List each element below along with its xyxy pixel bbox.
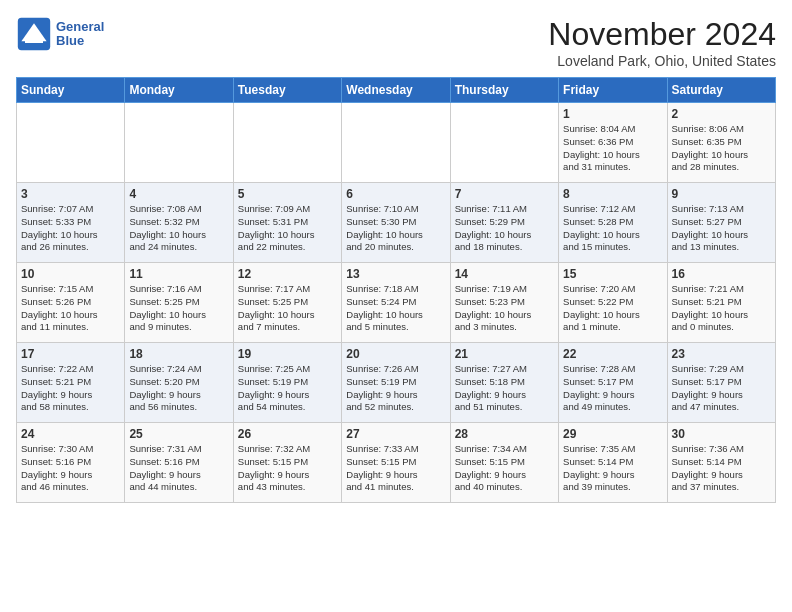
day-number: 1 bbox=[563, 107, 662, 121]
day-number: 21 bbox=[455, 347, 554, 361]
calendar-cell: 16Sunrise: 7:21 AM Sunset: 5:21 PM Dayli… bbox=[667, 263, 775, 343]
cell-data: Sunrise: 7:10 AM Sunset: 5:30 PM Dayligh… bbox=[346, 203, 423, 252]
cell-data: Sunrise: 7:33 AM Sunset: 5:15 PM Dayligh… bbox=[346, 443, 418, 492]
cell-data: Sunrise: 7:08 AM Sunset: 5:32 PM Dayligh… bbox=[129, 203, 206, 252]
calendar-cell: 12Sunrise: 7:17 AM Sunset: 5:25 PM Dayli… bbox=[233, 263, 341, 343]
week-row-3: 10Sunrise: 7:15 AM Sunset: 5:26 PM Dayli… bbox=[17, 263, 776, 343]
cell-data: Sunrise: 7:17 AM Sunset: 5:25 PM Dayligh… bbox=[238, 283, 315, 332]
cell-data: Sunrise: 7:16 AM Sunset: 5:25 PM Dayligh… bbox=[129, 283, 206, 332]
day-number: 27 bbox=[346, 427, 445, 441]
svg-rect-2 bbox=[25, 39, 43, 43]
day-number: 5 bbox=[238, 187, 337, 201]
logo-line1: General bbox=[56, 20, 104, 34]
day-number: 16 bbox=[672, 267, 771, 281]
calendar-cell: 21Sunrise: 7:27 AM Sunset: 5:18 PM Dayli… bbox=[450, 343, 558, 423]
day-number: 14 bbox=[455, 267, 554, 281]
cell-data: Sunrise: 7:22 AM Sunset: 5:21 PM Dayligh… bbox=[21, 363, 93, 412]
cell-data: Sunrise: 7:19 AM Sunset: 5:23 PM Dayligh… bbox=[455, 283, 532, 332]
day-number: 18 bbox=[129, 347, 228, 361]
calendar-cell bbox=[125, 103, 233, 183]
week-row-4: 17Sunrise: 7:22 AM Sunset: 5:21 PM Dayli… bbox=[17, 343, 776, 423]
cell-data: Sunrise: 7:12 AM Sunset: 5:28 PM Dayligh… bbox=[563, 203, 640, 252]
calendar-cell: 7Sunrise: 7:11 AM Sunset: 5:29 PM Daylig… bbox=[450, 183, 558, 263]
calendar-cell: 9Sunrise: 7:13 AM Sunset: 5:27 PM Daylig… bbox=[667, 183, 775, 263]
logo-icon bbox=[16, 16, 52, 52]
calendar-cell: 14Sunrise: 7:19 AM Sunset: 5:23 PM Dayli… bbox=[450, 263, 558, 343]
calendar-cell: 15Sunrise: 7:20 AM Sunset: 5:22 PM Dayli… bbox=[559, 263, 667, 343]
day-header-wednesday: Wednesday bbox=[342, 78, 450, 103]
day-header-saturday: Saturday bbox=[667, 78, 775, 103]
day-number: 22 bbox=[563, 347, 662, 361]
calendar-cell: 17Sunrise: 7:22 AM Sunset: 5:21 PM Dayli… bbox=[17, 343, 125, 423]
cell-data: Sunrise: 7:09 AM Sunset: 5:31 PM Dayligh… bbox=[238, 203, 315, 252]
cell-data: Sunrise: 7:26 AM Sunset: 5:19 PM Dayligh… bbox=[346, 363, 418, 412]
day-header-thursday: Thursday bbox=[450, 78, 558, 103]
calendar-cell: 27Sunrise: 7:33 AM Sunset: 5:15 PM Dayli… bbox=[342, 423, 450, 503]
day-number: 9 bbox=[672, 187, 771, 201]
title-block: November 2024 Loveland Park, Ohio, Unite… bbox=[548, 16, 776, 69]
day-number: 28 bbox=[455, 427, 554, 441]
day-header-friday: Friday bbox=[559, 78, 667, 103]
day-number: 17 bbox=[21, 347, 120, 361]
cell-data: Sunrise: 8:04 AM Sunset: 6:36 PM Dayligh… bbox=[563, 123, 640, 172]
cell-data: Sunrise: 7:28 AM Sunset: 5:17 PM Dayligh… bbox=[563, 363, 635, 412]
logo: General Blue bbox=[16, 16, 104, 52]
day-number: 23 bbox=[672, 347, 771, 361]
day-number: 30 bbox=[672, 427, 771, 441]
day-number: 24 bbox=[21, 427, 120, 441]
cell-data: Sunrise: 7:07 AM Sunset: 5:33 PM Dayligh… bbox=[21, 203, 98, 252]
day-number: 19 bbox=[238, 347, 337, 361]
calendar-cell: 26Sunrise: 7:32 AM Sunset: 5:15 PM Dayli… bbox=[233, 423, 341, 503]
logo-line2: Blue bbox=[56, 34, 104, 48]
day-number: 26 bbox=[238, 427, 337, 441]
calendar-cell bbox=[450, 103, 558, 183]
day-number: 4 bbox=[129, 187, 228, 201]
cell-data: Sunrise: 7:18 AM Sunset: 5:24 PM Dayligh… bbox=[346, 283, 423, 332]
location: Loveland Park, Ohio, United States bbox=[548, 53, 776, 69]
calendar-cell: 24Sunrise: 7:30 AM Sunset: 5:16 PM Dayli… bbox=[17, 423, 125, 503]
cell-data: Sunrise: 7:35 AM Sunset: 5:14 PM Dayligh… bbox=[563, 443, 635, 492]
calendar-cell: 3Sunrise: 7:07 AM Sunset: 5:33 PM Daylig… bbox=[17, 183, 125, 263]
calendar-cell: 13Sunrise: 7:18 AM Sunset: 5:24 PM Dayli… bbox=[342, 263, 450, 343]
day-header-sunday: Sunday bbox=[17, 78, 125, 103]
cell-data: Sunrise: 7:29 AM Sunset: 5:17 PM Dayligh… bbox=[672, 363, 744, 412]
calendar-cell: 2Sunrise: 8:06 AM Sunset: 6:35 PM Daylig… bbox=[667, 103, 775, 183]
calendar-cell: 29Sunrise: 7:35 AM Sunset: 5:14 PM Dayli… bbox=[559, 423, 667, 503]
day-number: 6 bbox=[346, 187, 445, 201]
day-number: 10 bbox=[21, 267, 120, 281]
day-number: 8 bbox=[563, 187, 662, 201]
week-row-1: 1Sunrise: 8:04 AM Sunset: 6:36 PM Daylig… bbox=[17, 103, 776, 183]
cell-data: Sunrise: 7:36 AM Sunset: 5:14 PM Dayligh… bbox=[672, 443, 744, 492]
day-number: 3 bbox=[21, 187, 120, 201]
calendar-cell: 5Sunrise: 7:09 AM Sunset: 5:31 PM Daylig… bbox=[233, 183, 341, 263]
cell-data: Sunrise: 7:32 AM Sunset: 5:15 PM Dayligh… bbox=[238, 443, 310, 492]
week-row-2: 3Sunrise: 7:07 AM Sunset: 5:33 PM Daylig… bbox=[17, 183, 776, 263]
day-number: 11 bbox=[129, 267, 228, 281]
calendar-cell: 28Sunrise: 7:34 AM Sunset: 5:15 PM Dayli… bbox=[450, 423, 558, 503]
logo-text: General Blue bbox=[56, 20, 104, 49]
calendar-cell: 18Sunrise: 7:24 AM Sunset: 5:20 PM Dayli… bbox=[125, 343, 233, 423]
day-number: 2 bbox=[672, 107, 771, 121]
calendar-header-row: SundayMondayTuesdayWednesdayThursdayFrid… bbox=[17, 78, 776, 103]
calendar-cell: 1Sunrise: 8:04 AM Sunset: 6:36 PM Daylig… bbox=[559, 103, 667, 183]
day-number: 13 bbox=[346, 267, 445, 281]
cell-data: Sunrise: 7:34 AM Sunset: 5:15 PM Dayligh… bbox=[455, 443, 527, 492]
day-number: 29 bbox=[563, 427, 662, 441]
cell-data: Sunrise: 8:06 AM Sunset: 6:35 PM Dayligh… bbox=[672, 123, 749, 172]
cell-data: Sunrise: 7:21 AM Sunset: 5:21 PM Dayligh… bbox=[672, 283, 749, 332]
day-header-tuesday: Tuesday bbox=[233, 78, 341, 103]
day-number: 25 bbox=[129, 427, 228, 441]
cell-data: Sunrise: 7:13 AM Sunset: 5:27 PM Dayligh… bbox=[672, 203, 749, 252]
calendar-cell: 30Sunrise: 7:36 AM Sunset: 5:14 PM Dayli… bbox=[667, 423, 775, 503]
day-number: 15 bbox=[563, 267, 662, 281]
cell-data: Sunrise: 7:31 AM Sunset: 5:16 PM Dayligh… bbox=[129, 443, 201, 492]
calendar-cell: 4Sunrise: 7:08 AM Sunset: 5:32 PM Daylig… bbox=[125, 183, 233, 263]
page-header: General Blue November 2024 Loveland Park… bbox=[16, 16, 776, 69]
calendar-cell: 11Sunrise: 7:16 AM Sunset: 5:25 PM Dayli… bbox=[125, 263, 233, 343]
day-number: 7 bbox=[455, 187, 554, 201]
cell-data: Sunrise: 7:30 AM Sunset: 5:16 PM Dayligh… bbox=[21, 443, 93, 492]
day-header-monday: Monday bbox=[125, 78, 233, 103]
cell-data: Sunrise: 7:24 AM Sunset: 5:20 PM Dayligh… bbox=[129, 363, 201, 412]
calendar-cell: 23Sunrise: 7:29 AM Sunset: 5:17 PM Dayli… bbox=[667, 343, 775, 423]
calendar-cell bbox=[17, 103, 125, 183]
